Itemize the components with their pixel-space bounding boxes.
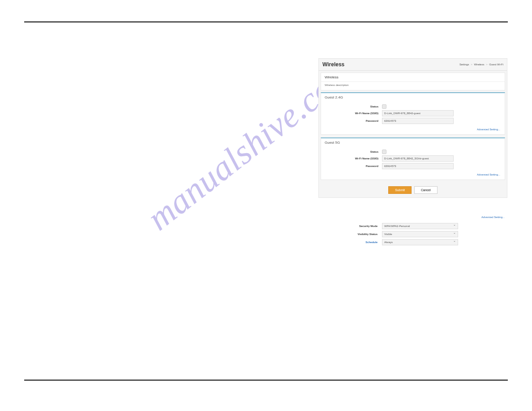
input-password-24g[interactable] — [382, 118, 454, 124]
label-security-mode: Security Mode — [322, 225, 382, 227]
label-status-24g: Status — [325, 105, 382, 108]
breadcrumb: Settings > Wireless > Guest Wi-Fi — [459, 63, 503, 66]
row-ssid-5g: Wi-Fi Name (SSID) — [321, 155, 505, 162]
guest-24g-panel: Guest 2.4G Status Wi-Fi Name (SSID) Pass… — [321, 92, 505, 135]
submit-button[interactable]: Submit — [388, 186, 412, 194]
adv-link-5g[interactable]: Advanced Setting... — [321, 171, 505, 178]
input-password-5g[interactable] — [382, 163, 454, 169]
adv-link-outer[interactable]: Advanced Setting... — [318, 215, 507, 221]
guest-5g-title: Guest 5G — [321, 138, 505, 148]
select-security-mode[interactable] — [382, 223, 458, 229]
wireless-description: Wireless description — [321, 82, 505, 90]
label-ssid-24g: Wi-Fi Name (SSID) — [325, 112, 382, 115]
row-password-5g: Password — [321, 163, 505, 169]
label-schedule[interactable]: Schedule — [322, 241, 382, 244]
toggle-status-24g[interactable] — [382, 104, 386, 109]
row-password-24g: Password — [321, 118, 505, 124]
guest-24g-title: Guest 2.4G — [321, 93, 505, 103]
breadcrumb-wireless[interactable]: Wireless — [474, 63, 484, 66]
input-ssid-24g[interactable] — [382, 110, 454, 116]
label-password-5g: Password — [325, 165, 382, 167]
page-title: Wireless — [322, 61, 344, 68]
breadcrumb-sep: > — [486, 63, 488, 66]
router-settings-panel: Wireless Settings > Wireless > Guest Wi-… — [318, 58, 507, 198]
label-visibility-status: Visibility Status — [322, 233, 382, 235]
select-visibility-status[interactable] — [382, 231, 458, 237]
adv-link-24g[interactable]: Advanced Setting... — [321, 125, 505, 133]
row-status-5g: Status — [321, 150, 505, 154]
row-schedule: Schedule — [318, 239, 507, 245]
cancel-button[interactable]: Cancel — [414, 186, 438, 194]
label-ssid-5g: Wi-Fi Name (SSID) — [325, 157, 382, 160]
row-status-24g: Status — [321, 104, 505, 109]
breadcrumb-sep: > — [471, 63, 472, 66]
row-visibility-status: Visibility Status — [318, 231, 507, 237]
guest-5g-panel: Guest 5G Status Wi-Fi Name (SSID) Passwo… — [321, 137, 505, 180]
wireless-section: Wireless Wireless description — [321, 73, 505, 90]
row-ssid-24g: Wi-Fi Name (SSID) — [321, 110, 505, 116]
input-ssid-5g[interactable] — [382, 155, 454, 162]
label-status-5g: Status — [325, 150, 382, 153]
wireless-heading: Wireless — [321, 73, 505, 82]
panel-header: Wireless Settings > Wireless > Guest Wi-… — [319, 59, 507, 71]
breadcrumb-settings[interactable]: Settings — [459, 63, 469, 66]
label-password-24g: Password — [325, 120, 382, 122]
button-row: Submit Cancel — [319, 183, 507, 197]
select-schedule[interactable] — [382, 239, 458, 245]
advanced-settings-block: Advanced Setting... Security Mode Visibi… — [318, 215, 507, 247]
toggle-status-5g[interactable] — [382, 150, 386, 154]
row-security-mode: Security Mode — [318, 223, 507, 229]
breadcrumb-guest-wifi[interactable]: Guest Wi-Fi — [489, 63, 503, 66]
